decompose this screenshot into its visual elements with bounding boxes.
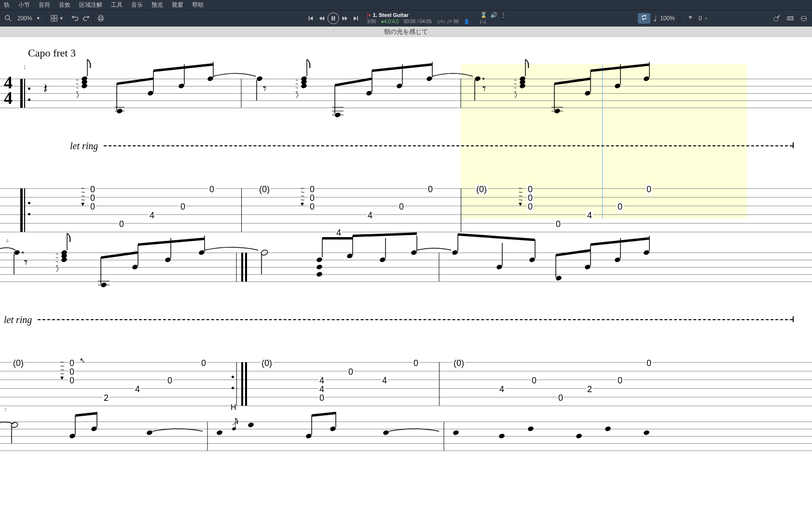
menu-bar[interactable]: 小节 — [18, 1, 30, 9]
tab-fret-number[interactable]: 2 — [586, 384, 593, 395]
menu-section[interactable]: 区域注解 — [79, 1, 102, 9]
notation-staff-1[interactable]: 4 4 𝄽 ~~~~ — [0, 71, 812, 106]
zoom-button[interactable] — [3, 13, 14, 24]
track-name[interactable]: 1. Steel Guitar — [373, 12, 409, 18]
tab-fret-number[interactable]: 0 — [318, 393, 325, 403]
menu-preview[interactable]: 预览 — [151, 1, 163, 9]
svg-marker-12 — [321, 16, 324, 21]
tab-fret-number[interactable]: 0 — [531, 376, 537, 386]
keyboard-view-button[interactable] — [785, 13, 796, 24]
menu-effect[interactable]: 音效 — [59, 1, 70, 9]
tab-fret-number[interactable]: 0 — [309, 202, 316, 212]
guitar-view-button[interactable] — [771, 13, 782, 24]
svg-text:𝄽: 𝄽 — [44, 84, 47, 93]
menu-music[interactable]: 音乐 — [131, 1, 143, 9]
svg-marker-15 — [342, 16, 344, 21]
arpeggio-mark: ~~~~▾ — [519, 186, 523, 206]
tuning-offset[interactable]: 0 — [699, 15, 702, 22]
notation-staff-2[interactable]: 𝄾 ~~~~ — [0, 245, 812, 280]
svg-point-117 — [165, 257, 171, 263]
tab-fret-number[interactable]: 0 — [208, 184, 215, 195]
tab-fret-number[interactable]: (0) — [12, 358, 25, 368]
tab-fret-number[interactable]: 2 — [103, 393, 110, 403]
tab-fret-number[interactable]: 0 — [347, 367, 354, 377]
forward-button[interactable] — [340, 14, 349, 23]
tab-fret-number[interactable]: 0 — [413, 358, 419, 368]
print-icon — [97, 15, 104, 22]
let-ring-text-2: let ring — [4, 314, 32, 325]
redo-button[interactable] — [81, 13, 91, 24]
tab-fret-number[interactable]: (0) — [475, 184, 488, 195]
tab-fret-number[interactable]: 0 — [69, 376, 75, 386]
tab-fret-number[interactable]: 0 — [166, 376, 173, 386]
time-display: 00:06 / 04:05 — [403, 18, 431, 25]
first-bar-button[interactable] — [306, 14, 316, 23]
svg-point-95 — [643, 76, 650, 82]
menu-note[interactable]: 音符 — [39, 1, 50, 9]
undo-button[interactable] — [70, 13, 81, 24]
tab-staff-1[interactable]: ~~~~▾ ~~~~▾ ~~~~▾ 0000400(0)0004400(0)00… — [0, 188, 812, 237]
chord-display: F4 — [480, 19, 506, 25]
svg-point-140 — [452, 250, 458, 256]
menu-tools[interactable]: 工具 — [111, 1, 123, 9]
song-title-strip: 朝の光を感じて — [0, 27, 812, 37]
tab-fret-number[interactable]: 0 — [118, 219, 125, 229]
loop-button[interactable] — [638, 13, 650, 24]
layout-dropdown-icon[interactable]: ▼ — [59, 16, 64, 21]
tab-fret-number[interactable]: (0) — [258, 184, 271, 195]
tab-fret-number[interactable]: 0 — [427, 184, 434, 195]
svg-point-173 — [330, 426, 336, 432]
score-area[interactable]: Capo fret 3 1 4 4 𝄽 — [0, 37, 812, 446]
transpose-up-icon[interactable]: + — [705, 15, 708, 21]
tab-fret-number[interactable]: 4 — [381, 376, 388, 386]
play-pause-button[interactable] — [327, 13, 339, 24]
menu-track[interactable]: 轨 — [4, 1, 10, 9]
zoom-dropdown-icon[interactable]: ▼ — [36, 16, 41, 21]
rewind-button[interactable] — [317, 14, 326, 23]
print-button[interactable] — [96, 13, 106, 24]
tab-fret-number[interactable]: 0 — [179, 202, 186, 212]
svg-point-58 — [301, 83, 307, 89]
tab-fret-number[interactable]: 4 — [149, 211, 155, 221]
svg-point-108 — [61, 257, 68, 263]
tab-fret-number[interactable]: 0 — [555, 219, 562, 229]
svg-point-26 — [801, 16, 807, 19]
layout-button[interactable] — [49, 13, 59, 24]
tab-fret-number[interactable]: 0 — [646, 358, 652, 368]
svg-rect-124 — [245, 253, 247, 282]
countdown-icon[interactable]: ⌛ — [480, 12, 487, 18]
menu-window[interactable]: 视窗 — [172, 1, 183, 9]
tab-fret-number[interactable]: 0 — [557, 393, 564, 403]
tab-fret-number[interactable]: 0 — [617, 376, 623, 386]
tab-fret-number[interactable]: 0 — [398, 202, 405, 212]
let-ring-dashes-1 — [104, 145, 793, 146]
tab-fret-number[interactable]: 0 — [646, 184, 652, 195]
menu-help[interactable]: 帮助 — [192, 1, 204, 9]
zoom-level[interactable]: 200% — [17, 15, 32, 22]
tab-fret-number[interactable]: 0 — [200, 358, 207, 368]
svg-rect-133 — [322, 237, 353, 240]
drum-view-button[interactable] — [798, 13, 809, 24]
tab-fret-number[interactable]: 0 — [617, 202, 623, 212]
more-icon[interactable]: ⋮ — [500, 12, 506, 18]
tab-fret-number[interactable]: 0 — [527, 202, 534, 212]
tab-staff-2[interactable]: ~~~~▾ ↖ (0)0002400(0)440040(0)400200 — [0, 362, 812, 410]
svg-point-170 — [248, 422, 254, 428]
metronome-icon[interactable]: 🔊 — [490, 12, 497, 18]
tab-fret-number[interactable]: 0 — [89, 202, 96, 212]
loop-icon — [641, 14, 647, 21]
svg-point-142 — [496, 264, 503, 270]
toolbar: 200% ▼ ▼ |♦ 1. S — [0, 10, 812, 27]
tab-fret-number[interactable]: 4 — [586, 211, 593, 221]
last-bar-button[interactable] — [350, 14, 360, 23]
tab-fret-number[interactable]: 4 — [498, 384, 505, 395]
search-icon — [5, 15, 12, 22]
notation-staff-3[interactable] — [0, 414, 812, 449]
tuner-button[interactable] — [685, 13, 696, 24]
tab-fret-number[interactable]: 4 — [134, 384, 141, 395]
tab-fret-number[interactable]: (0) — [453, 358, 465, 368]
svg-point-76 — [482, 78, 484, 80]
tab-fret-number[interactable]: 4 — [367, 211, 373, 221]
playback-speed[interactable]: 100% — [660, 15, 675, 22]
tab-fret-number[interactable]: (0) — [261, 358, 273, 368]
